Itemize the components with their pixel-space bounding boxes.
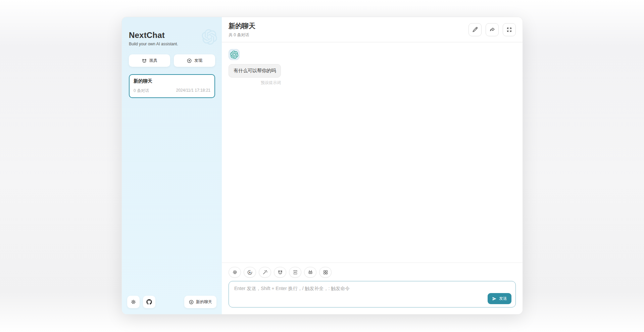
gear-icon bbox=[232, 270, 238, 275]
gear-icon bbox=[131, 299, 136, 305]
sidebar: NextChat Build your own AI assistant. 面具… bbox=[122, 17, 222, 314]
chat-header-actions bbox=[468, 23, 516, 36]
chat-item-count: 0 条对话 bbox=[134, 88, 149, 94]
rename-chat-button[interactable] bbox=[468, 23, 482, 36]
chat-item-info: 0 条对话 2024/11/1 17:18:21 bbox=[134, 88, 210, 94]
discover-button[interactable]: 发现 bbox=[174, 54, 215, 67]
mask-button-label: 面具 bbox=[149, 58, 157, 63]
shortcut-grid-icon bbox=[323, 270, 328, 275]
chat-item-title: 新的聊天 bbox=[134, 78, 210, 84]
discover-button-label: 发现 bbox=[194, 58, 202, 63]
fullscreen-button[interactable] bbox=[503, 23, 516, 36]
model-select-button[interactable] bbox=[304, 267, 316, 278]
send-button[interactable]: 发送 bbox=[488, 293, 511, 304]
sidebar-toolbar: 面具 发现 bbox=[129, 54, 215, 67]
chat-input-panel: 发送 bbox=[222, 263, 523, 314]
mask-button[interactable]: 面具 bbox=[129, 54, 170, 67]
prompt-hints-button[interactable] bbox=[259, 267, 271, 278]
mask-face-icon bbox=[278, 270, 283, 275]
chat-input-actions bbox=[229, 267, 516, 278]
chat-settings-button[interactable] bbox=[229, 267, 241, 278]
export-chat-button[interactable] bbox=[486, 23, 499, 36]
compass-icon bbox=[187, 58, 192, 63]
assistant-message: 有什么可以帮你的吗 预设提示词 bbox=[229, 64, 281, 86]
robot-icon bbox=[308, 270, 313, 275]
theme-auto-icon bbox=[247, 270, 253, 275]
chat-input-wrap: 发送 bbox=[229, 281, 516, 309]
theme-toggle-button[interactable] bbox=[244, 267, 256, 278]
magic-wand-icon bbox=[262, 270, 268, 275]
chat-header-titles: 新的聊天 共 0 条对话 bbox=[229, 21, 468, 38]
new-chat-button-label: 新的聊天 bbox=[196, 299, 212, 305]
sidebar-footer: 新的聊天 bbox=[127, 296, 216, 308]
paper-plane-icon bbox=[492, 296, 497, 301]
chat-panel: 新的聊天 共 0 条对话 有什么可以帮你的吗 预设提示 bbox=[222, 17, 523, 314]
chat-item-time: 2024/11/1 17:18:21 bbox=[176, 88, 210, 94]
github-icon bbox=[146, 299, 152, 305]
chat-header: 新的聊天 共 0 条对话 bbox=[222, 17, 523, 42]
shortcut-button[interactable] bbox=[319, 267, 332, 278]
message-bubble[interactable]: 有什么可以帮你的吗 bbox=[229, 64, 281, 78]
mask-select-button[interactable] bbox=[274, 267, 286, 278]
openai-logo-icon bbox=[230, 51, 238, 59]
fullscreen-icon bbox=[506, 27, 512, 33]
settings-button[interactable] bbox=[127, 296, 140, 308]
openai-watermark-icon bbox=[202, 29, 217, 45]
new-chat-button[interactable]: 新的聊天 bbox=[184, 296, 216, 308]
clear-context-icon bbox=[293, 270, 298, 275]
chat-input[interactable] bbox=[229, 281, 516, 307]
pencil-icon bbox=[472, 27, 478, 33]
github-button[interactable] bbox=[143, 296, 155, 308]
chat-subtitle: 共 0 条对话 bbox=[229, 32, 468, 38]
plus-circle-icon bbox=[189, 299, 194, 305]
send-button-label: 发送 bbox=[499, 296, 507, 301]
app-window: NextChat Build your own AI assistant. 面具… bbox=[121, 17, 523, 315]
chat-list-item-selected[interactable]: 新的聊天 0 条对话 2024/11/1 17:18:21 bbox=[129, 74, 215, 98]
message-list: 有什么可以帮你的吗 预设提示词 bbox=[222, 42, 523, 263]
clear-context-button[interactable] bbox=[289, 267, 301, 278]
message-hint: 预设提示词 bbox=[261, 80, 281, 86]
assistant-avatar bbox=[229, 49, 240, 60]
chat-title[interactable]: 新的聊天 bbox=[229, 21, 468, 31]
share-arrow-icon bbox=[489, 27, 495, 33]
mask-face-icon bbox=[142, 58, 147, 63]
